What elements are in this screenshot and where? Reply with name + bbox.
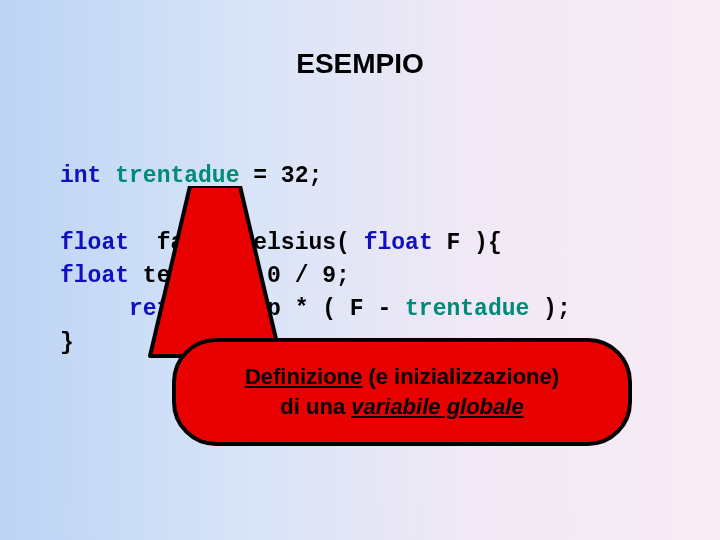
blank-line	[60, 193, 571, 226]
code-text: temp = 5.0 / 9;	[143, 263, 350, 289]
code-text: = 32;	[239, 163, 322, 189]
code-line-4: return temp * ( F - trentadue );	[60, 293, 571, 326]
code-line-1: int trentadue = 32;	[60, 160, 571, 193]
code-text: F ){	[433, 230, 502, 256]
code-block: int trentadue = 32; float fahrToCelsius(…	[60, 160, 571, 360]
callout-line-2: di una variabile globale	[280, 392, 523, 422]
code-text: fahrToCelsius(	[143, 230, 364, 256]
callout-text: di una	[280, 394, 351, 419]
callout-underlined: Definizione	[245, 364, 362, 389]
keyword-return: return	[60, 296, 212, 322]
code-line-3: float temp = 5.0 / 9;	[60, 260, 571, 293]
keyword-float: float	[364, 230, 433, 256]
callout-text: (e inizializzazione)	[362, 364, 559, 389]
slide-title: ESEMPIO	[0, 0, 720, 80]
callout-bubble: Definizione (e inizializzazione) di una …	[172, 338, 632, 446]
keyword-int: int	[60, 163, 101, 189]
code-text: );	[529, 296, 570, 322]
identifier-trentadue: trentadue	[101, 163, 239, 189]
identifier-trentadue: trentadue	[405, 296, 529, 322]
keyword-float: float	[60, 263, 143, 289]
code-line-2: float fahrToCelsius( float F ){	[60, 227, 571, 260]
keyword-float: float	[60, 230, 143, 256]
callout-line-1: Definizione (e inizializzazione)	[245, 362, 559, 392]
callout-underlined-italic: variabile globale	[351, 394, 523, 419]
code-text: temp * ( F -	[212, 296, 405, 322]
